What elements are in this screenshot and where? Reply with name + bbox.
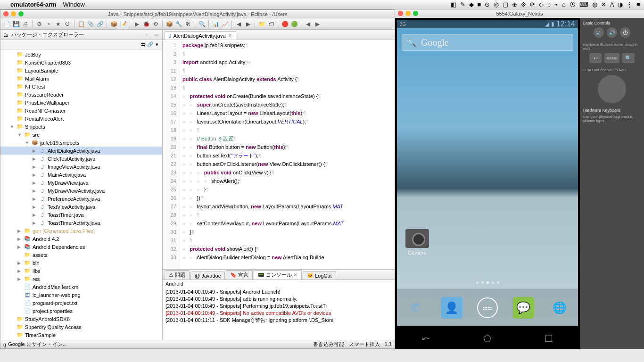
menubar-icon[interactable]: ⌨ [579, 1, 588, 8]
toolbar-button[interactable]: ⚬ [44, 20, 53, 28]
tree-item[interactable]: 📁PasscardReader [0, 90, 162, 99]
toolbar-button[interactable]: 🔗 [96, 20, 104, 28]
menubar-icon[interactable]: ⊙ [485, 1, 490, 8]
toolbar-button[interactable]: 💾 [12, 20, 20, 28]
menubar-icon[interactable]: ◎ [494, 1, 499, 8]
console-tab[interactable]: @Javadoc [190, 272, 225, 280]
toolbar-button[interactable]: 📈 [221, 20, 229, 28]
menubar-icon[interactable]: ◇ [539, 1, 544, 8]
menubar-icon[interactable]: ⦿ [570, 1, 576, 8]
toolbar-button[interactable]: 🖨 [21, 20, 30, 28]
tree-item[interactable]: ▶📁res [0, 275, 162, 283]
dpad[interactable] [598, 75, 626, 103]
tree-item[interactable]: ▶JMyDrawViewActivity.java [0, 187, 162, 195]
tree-item[interactable]: ▶JAlertDialogActivity.java [0, 147, 162, 155]
toolbar-button[interactable]: 🔍 [198, 20, 206, 28]
tree-item[interactable]: 📁RentalVideoAlert [0, 115, 162, 123]
explorer-tab[interactable]: 🗂 パッケージ・エクスプローラー ▫ ▭ [0, 30, 162, 40]
toolbar-button[interactable]: ▶ [132, 20, 141, 28]
volume-up-button[interactable]: 🔊 [607, 27, 617, 38]
console-output[interactable]: [2013-01-04 00:10:49 - Snippets] Android… [163, 288, 395, 340]
camera-app-icon[interactable]: Camera [405, 229, 429, 255]
collapse-icon[interactable]: ⇆ [141, 41, 145, 48]
tree-item[interactable]: 📁Superdry Quality Access [0, 323, 162, 331]
menubar-icon[interactable]: ◆ [469, 1, 474, 8]
console-tab[interactable]: 📟コンソール✕ [254, 270, 302, 280]
zoom-icon[interactable] [413, 11, 418, 16]
tree-item[interactable]: 📁PriusLiveWallpaper [0, 99, 162, 107]
phone-screen[interactable]: 3G ◢ ▮ 12:14 🔍 Google Camera ✆ [397, 20, 578, 326]
toolbar-button[interactable]: 📦 [109, 20, 118, 28]
toolbar-button[interactable]: 🔴 [281, 20, 289, 28]
tree-item[interactable]: ▶JClickTestActivity.java [0, 155, 162, 163]
console-tab[interactable]: ⚠問題 [165, 270, 190, 280]
tree-item[interactable]: 📁KanseiChapter0803 [0, 58, 162, 66]
tree-item[interactable]: 📁Mail Alarm [0, 74, 162, 82]
toolbar-button[interactable]: 🏷 [267, 20, 275, 28]
tree-item[interactable]: ▶JToastTimerActivity.java [0, 219, 162, 227]
tree-item[interactable]: ▶JTextViewActivity.java [0, 203, 162, 211]
menubar-icon[interactable]: ⊕ [512, 1, 517, 8]
tree-item[interactable]: 📁TimerSample [0, 331, 162, 339]
tree-item[interactable]: ▶📁libs [0, 267, 162, 275]
tree-item[interactable]: ▶JPreferenceActivity.java [0, 195, 162, 203]
toolbar-button[interactable]: 📁 [257, 20, 266, 28]
menubar-icon[interactable]: ◑ [618, 1, 623, 8]
minimize-icon[interactable] [11, 11, 16, 16]
toolbar-button[interactable]: ⚙ [151, 20, 160, 28]
status-left[interactable]: Google にサイン・イン... [8, 341, 67, 348]
tree-item[interactable]: 📄proguard-project.txt [0, 299, 162, 307]
menu-icon[interactable]: ▾ [156, 41, 158, 48]
tree-item[interactable]: 📄AndroidManifest.xml [0, 283, 162, 291]
tree-item[interactable]: 📁NFCTest [0, 82, 162, 90]
phone-app-icon[interactable]: ✆ [405, 297, 426, 319]
menubar-icon[interactable]: ◧ [451, 1, 456, 8]
tree-item[interactable]: 📁assets [0, 251, 162, 259]
emulator-titlebar[interactable]: 5554:Galaxy_Nexus [395, 9, 644, 18]
console-tab[interactable]: 🐱LogCat [303, 271, 336, 280]
menubar-icon[interactable]: ⌁ [554, 1, 558, 8]
tree-item[interactable]: 📁LayoutSample [0, 66, 162, 74]
browser-app-icon[interactable]: 🌐 [549, 297, 570, 319]
menubar-icon[interactable]: ⟳ [530, 1, 535, 8]
tree-item[interactable]: 📁ReadNFC-master [0, 107, 162, 115]
toolbar-button[interactable]: ▶ [313, 20, 322, 28]
close-icon[interactable] [398, 11, 403, 16]
toolbar-button[interactable]: 🔧 [174, 20, 183, 28]
search-hw-button[interactable]: 🔍 [622, 53, 635, 63]
console-tab[interactable]: 🔖宣言 [226, 270, 253, 280]
eclipse-titlebar[interactable]: Java - Snippets/src/jp/feb19/snippets/Al… [0, 10, 395, 18]
power-button[interactable]: ⏻ [620, 27, 630, 38]
minimize-panel-icon[interactable]: ▫ [143, 32, 150, 38]
menubar-icon[interactable]: ↕ [547, 1, 551, 8]
contacts-app-icon[interactable]: 👤 [441, 297, 462, 319]
back-button[interactable]: ⤺ [422, 333, 430, 344]
toolbar-button[interactable]: 🛠 [184, 20, 192, 28]
zoom-icon[interactable] [18, 11, 24, 16]
link-icon[interactable]: 🔗 [147, 41, 154, 48]
tree-item[interactable]: ▶JToastTimer.java [0, 211, 162, 219]
toolbar-button[interactable]: 📦 [165, 20, 173, 28]
toolbar-button[interactable]: 📄 [2, 20, 11, 28]
toolbar-button[interactable]: ▶ [244, 20, 252, 28]
menubar-icon[interactable]: A [610, 1, 614, 8]
toolbar-button[interactable]: 🟢 [290, 20, 298, 28]
toolbar-button[interactable]: 📝 [119, 20, 127, 28]
maximize-panel-icon[interactable]: ▭ [153, 32, 159, 38]
toolbar-button[interactable]: 🐞 [142, 20, 150, 28]
back-hw-button[interactable]: ↩ [589, 53, 602, 63]
menu-window[interactable]: Window [63, 1, 85, 8]
tree-item[interactable]: 📁JetBoy [0, 50, 162, 58]
tree-item[interactable]: ▶📚Android Dependencies [0, 243, 162, 251]
tree-item[interactable]: ▶📁gen [Generated Java Files] [0, 227, 162, 235]
tree-item[interactable]: 🖼ic_launcher-web.png [0, 291, 162, 299]
toolbar-button[interactable]: G [63, 20, 72, 28]
minimize-icon[interactable] [405, 11, 411, 16]
close-icon[interactable] [3, 11, 8, 16]
tree-item[interactable]: ▶JMainActivity.java [0, 171, 162, 179]
recent-button[interactable]: ☐ [545, 333, 553, 344]
toolbar-button[interactable]: ⚙ [35, 20, 43, 28]
google-search-widget[interactable]: 🔍 Google [402, 34, 573, 51]
menubar-icon[interactable]: ■ [478, 1, 481, 8]
tree-item[interactable]: ▶JMyDrawView.java [0, 179, 162, 187]
